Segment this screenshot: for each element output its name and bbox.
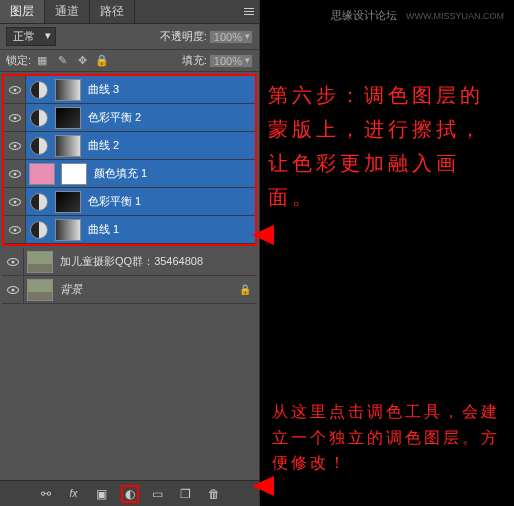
panel-tabs: 图层 通道 路径 [0,0,259,24]
eye-icon [7,258,19,266]
layers-button-bar: ⚯ fx ▣ ◐ ▭ ❐ 🗑 [0,480,259,506]
opacity-value[interactable]: 100% [209,30,253,44]
tab-channels[interactable]: 通道 [45,0,90,23]
layers-list: 曲线 3 色彩平衡 2 曲线 2 颜色填充 1 [0,72,259,480]
layer-row[interactable]: 背景 🔒 [2,276,257,304]
visibility-toggle[interactable] [2,276,24,303]
mask-thumbnail[interactable] [61,163,87,185]
new-adjustment-layer-icon[interactable]: ◐ [121,485,139,503]
highlight-annotation: 曲线 3 色彩平衡 2 曲线 2 颜色填充 1 [2,74,257,246]
watermark-url: WWW.MISSYUAN.COM [406,11,504,21]
watermark-site: 思缘设计论坛 [331,9,397,21]
layer-row[interactable]: 曲线 1 [4,216,255,244]
fill-thumbnail[interactable] [29,163,55,185]
adjustment-icon [30,193,48,211]
layer-name[interactable]: 曲线 1 [84,222,255,237]
link-layers-icon[interactable]: ⚯ [37,485,55,503]
adjustment-icon [30,109,48,127]
delete-layer-icon[interactable]: 🗑 [205,485,223,503]
instruction-text-1: 第六步：调色图层的蒙版上，进行擦拭，让色彩更加融入画面。 [268,78,506,214]
adjustment-icon [30,81,48,99]
panel-menu-icon[interactable] [239,0,259,23]
eye-icon [9,170,21,178]
lock-icons: ▦ ✎ ✥ 🔒 [35,54,109,68]
visibility-toggle[interactable] [4,104,26,131]
layer-row[interactable]: 色彩平衡 2 [4,104,255,132]
opacity-label: 不透明度: [160,29,207,44]
lock-all-icon[interactable]: 🔒 [95,54,109,68]
watermark: 思缘设计论坛 WWW.MISSYUAN.COM [331,8,504,23]
layer-row[interactable]: 曲线 2 [4,132,255,160]
annotation-side: 思缘设计论坛 WWW.MISSYUAN.COM 第六步：调色图层的蒙版上，进行擦… [260,0,514,506]
visibility-toggle[interactable] [4,188,26,215]
mask-thumbnail[interactable] [55,191,81,213]
lock-move-icon[interactable]: ✥ [75,54,89,68]
instruction-text-2: 从这里点击调色工具，会建立一个独立的调色图层。方便修改！ [272,399,506,476]
blend-opacity-row: 正常 不透明度: 100% [0,24,259,50]
layer-name[interactable]: 加儿童摄影QQ群：35464808 [56,254,257,269]
layer-row[interactable]: 色彩平衡 1 [4,188,255,216]
layer-fx-icon[interactable]: fx [65,485,83,503]
layer-row[interactable]: 曲线 3 [4,76,255,104]
eye-icon [9,198,21,206]
layer-thumbnail[interactable] [27,279,53,301]
layer-thumbnail[interactable] [27,251,53,273]
new-layer-icon[interactable]: ❐ [177,485,195,503]
tab-paths[interactable]: 路径 [90,0,135,23]
fill-label: 填充: [182,53,207,68]
mask-thumbnail[interactable] [55,79,81,101]
layer-name[interactable]: 曲线 3 [84,82,255,97]
visibility-toggle[interactable] [4,132,26,159]
layer-row[interactable]: 颜色填充 1 [4,160,255,188]
fill-value[interactable]: 100% [209,54,253,68]
lock-label: 锁定: [6,53,31,68]
add-mask-icon[interactable]: ▣ [93,485,111,503]
visibility-toggle[interactable] [2,248,24,275]
eye-icon [9,86,21,94]
lock-transparent-icon[interactable]: ▦ [35,54,49,68]
eye-icon [7,286,19,294]
mask-thumbnail[interactable] [55,219,81,241]
visibility-toggle[interactable] [4,76,26,103]
layer-name[interactable]: 色彩平衡 2 [84,110,255,125]
lock-icon: 🔒 [239,284,251,295]
mask-thumbnail[interactable] [55,135,81,157]
eye-icon [9,226,21,234]
blend-mode-select[interactable]: 正常 [6,27,56,46]
eye-icon [9,114,21,122]
layer-row[interactable]: 加儿童摄影QQ群：35464808 [2,248,257,276]
mask-thumbnail[interactable] [55,107,81,129]
visibility-toggle[interactable] [4,216,26,243]
layer-name[interactable]: 颜色填充 1 [90,166,255,181]
layer-name[interactable]: 曲线 2 [84,138,255,153]
lock-fill-row: 锁定: ▦ ✎ ✥ 🔒 填充: 100% [0,50,259,72]
adjustment-icon [30,221,48,239]
layer-name[interactable]: 色彩平衡 1 [84,194,255,209]
adjustment-icon [30,137,48,155]
arrow-annotation-1 [252,225,274,245]
eye-icon [9,142,21,150]
arrow-annotation-2 [252,476,274,496]
visibility-toggle[interactable] [4,160,26,187]
tab-layers[interactable]: 图层 [0,0,45,23]
layers-panel: 图层 通道 路径 正常 不透明度: 100% 锁定: ▦ ✎ ✥ 🔒 填充: 1… [0,0,260,506]
layer-name[interactable]: 背景 [56,282,239,297]
new-group-icon[interactable]: ▭ [149,485,167,503]
lock-brush-icon[interactable]: ✎ [55,54,69,68]
